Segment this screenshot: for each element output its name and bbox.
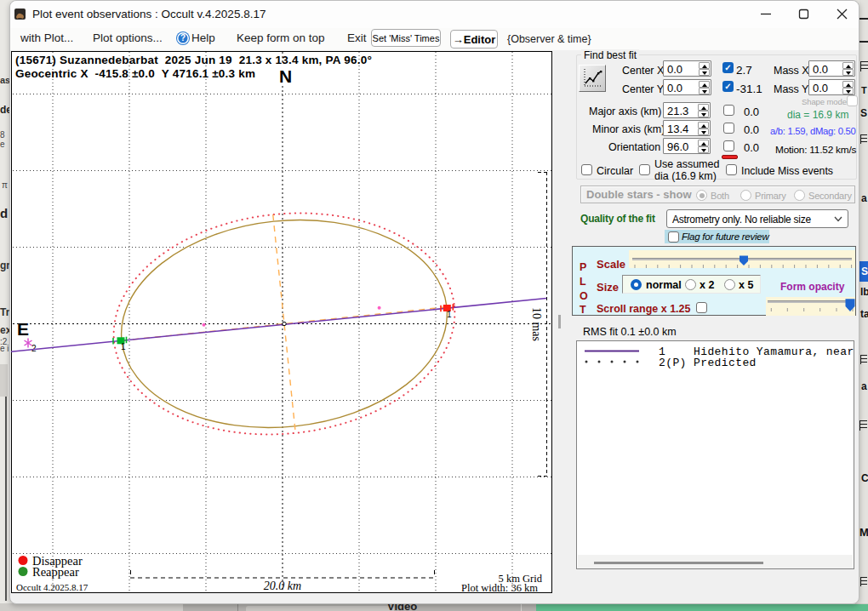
svg-text:E: E (17, 319, 29, 339)
svg-text:10 mas: 10 mas (530, 307, 543, 341)
svg-text:(15671) Suzannedebarbat 2025: (15671) Suzannedebarbat 2025 Jun 19 21.3… (15, 54, 372, 66)
svg-text:2: 2 (31, 344, 37, 353)
svg-text:Plot width: 36 km: Plot width: 36 km (461, 582, 538, 594)
svg-text:Geocentric X -415.8 ±0.0 Y 4: Geocentric X -415.8 ±0.0 Y 4716.1 ±0.3 k… (15, 67, 255, 80)
svg-text:N: N (279, 66, 292, 86)
svg-text:1: 1 (447, 310, 452, 319)
svg-text:Reappear: Reappear (32, 565, 79, 579)
svg-text:20.0 km: 20.0 km (264, 580, 301, 592)
svg-text:1: 1 (121, 342, 126, 351)
svg-text:Occult 4.2025.8.17: Occult 4.2025.8.17 (16, 582, 89, 592)
